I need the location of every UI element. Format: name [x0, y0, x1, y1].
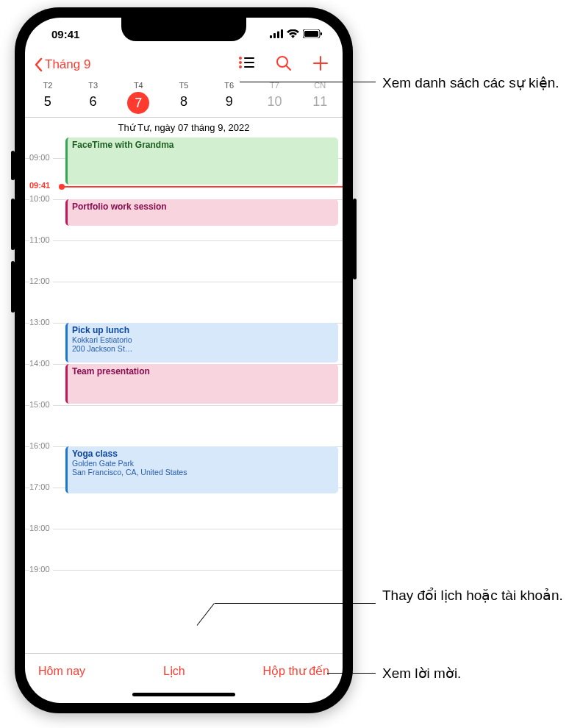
- battery-icon: [303, 29, 322, 38]
- timeline[interactable]: 09:0010:0011:0012:0013:0014:0015:0016:00…: [25, 136, 343, 653]
- search-button[interactable]: [276, 56, 291, 74]
- callout-calendars: Thay đổi lịch hoặc tài khoản.: [382, 586, 563, 605]
- status-indicators: [270, 29, 322, 38]
- svg-rect-5: [304, 31, 318, 37]
- current-time-line: [62, 186, 343, 188]
- svg-point-9: [239, 61, 242, 64]
- day-column[interactable]: CN11: [297, 81, 343, 114]
- hour-label: 11:00: [29, 235, 53, 244]
- svg-line-14: [286, 65, 290, 70]
- svg-point-11: [239, 65, 242, 68]
- chevron-left-icon: [34, 57, 43, 72]
- home-indicator: [25, 688, 343, 703]
- svg-rect-10: [244, 62, 254, 63]
- event-subtitle: Golden Gate Park: [72, 459, 334, 468]
- hour-label: 18:00: [29, 524, 53, 532]
- mute-switch: [11, 151, 15, 180]
- hour-label: 14:00: [29, 359, 53, 368]
- list-icon: [238, 56, 254, 69]
- day-column[interactable]: T69: [207, 81, 252, 114]
- bottom-toolbar: Hôm nay Lịch Hộp thư đến: [25, 653, 343, 688]
- week-header: T25T36T47T58T69T710CN11: [25, 79, 343, 118]
- hour-line: 19:00: [25, 570, 343, 611]
- day-column[interactable]: T58: [161, 81, 207, 114]
- callout-line: [327, 673, 376, 674]
- event-title: Yoga class: [72, 449, 334, 459]
- day-of-week: T2: [25, 81, 71, 90]
- day-column[interactable]: T25: [25, 81, 71, 114]
- hour-label: 15:00: [29, 400, 53, 409]
- hour-line: 12:00: [25, 282, 343, 323]
- calendar-event[interactable]: FaceTime with Grandma: [65, 138, 338, 185]
- wifi-icon: [287, 29, 299, 38]
- calendar-event[interactable]: Portfolio work session: [65, 199, 338, 226]
- svg-rect-1: [273, 33, 276, 38]
- screen: 09:41 Tháng 9: [25, 18, 343, 703]
- day-number: 11: [297, 94, 343, 110]
- iphone-frame: 09:41 Tháng 9: [15, 7, 353, 713]
- day-column[interactable]: T36: [71, 81, 116, 114]
- event-subtitle: 200 Jackson St…: [72, 344, 334, 353]
- hour-line: 18:00: [25, 529, 343, 570]
- hour-label: 09:00: [29, 153, 53, 162]
- callout-list-view: Xem danh sách các sự kiện.: [382, 74, 559, 93]
- back-button[interactable]: Tháng 9: [34, 57, 238, 72]
- notch: [121, 18, 246, 41]
- hour-label: 19:00: [29, 565, 53, 574]
- day-number: 10: [252, 94, 298, 110]
- side-button: [353, 199, 357, 279]
- svg-rect-8: [244, 57, 254, 59]
- event-title: Team presentation: [72, 366, 334, 377]
- list-view-button[interactable]: [238, 56, 254, 74]
- calendar-event[interactable]: Team presentation: [65, 364, 338, 404]
- cellular-icon: [270, 29, 283, 38]
- back-label: Tháng 9: [45, 57, 90, 72]
- day-column[interactable]: T47: [115, 81, 161, 114]
- calendar-event[interactable]: Pick up lunchKokkari Estiatorio200 Jacks…: [65, 323, 338, 363]
- date-title: Thứ Tư, ngày 07 tháng 9, 2022: [25, 118, 343, 136]
- event-title: FaceTime with Grandma: [72, 140, 334, 150]
- event-subtitle: Kokkari Estiatorio: [72, 335, 334, 344]
- calendar-event[interactable]: Yoga classGolden Gate ParkSan Francisco,…: [65, 446, 338, 493]
- callout-inbox: Xem lời mời.: [382, 664, 461, 683]
- day-number: 7: [135, 96, 142, 111]
- event-subtitle: San Francisco, CA, United States: [72, 468, 334, 477]
- day-number: 5: [25, 94, 71, 110]
- status-time: 09:41: [51, 28, 79, 40]
- hour-label: 13:00: [29, 318, 53, 326]
- day-of-week: T4: [115, 81, 161, 90]
- event-title: Pick up lunch: [72, 325, 334, 335]
- day-of-week: T3: [71, 81, 116, 90]
- current-time-label: 09:41: [29, 181, 50, 190]
- nav-bar: Tháng 9: [25, 50, 343, 79]
- hour-label: 17:00: [29, 482, 53, 491]
- svg-rect-12: [244, 66, 254, 68]
- day-number: 9: [207, 94, 252, 110]
- svg-point-7: [239, 57, 242, 60]
- callout-line: [240, 82, 376, 82]
- day-of-week: T5: [161, 81, 207, 90]
- hour-line: 11:00: [25, 240, 343, 282]
- volume-down: [11, 261, 15, 313]
- svg-rect-0: [270, 35, 272, 38]
- volume-up: [11, 199, 15, 250]
- day-column[interactable]: T710: [252, 81, 298, 114]
- hour-line: 15:00: [25, 405, 343, 446]
- hour-label: 10:00: [29, 194, 53, 203]
- hour-label: 16:00: [29, 441, 53, 450]
- add-button[interactable]: [313, 56, 328, 74]
- calendars-button[interactable]: Lịch: [163, 664, 185, 678]
- day-number: 8: [161, 94, 207, 110]
- today-button[interactable]: Hôm nay: [38, 665, 85, 678]
- plus-icon: [313, 56, 328, 71]
- svg-rect-3: [281, 29, 283, 38]
- inbox-button[interactable]: Hộp thư đến: [263, 664, 329, 678]
- callout-line: [215, 603, 376, 604]
- current-time-dot: [59, 184, 65, 190]
- event-title: Portfolio work session: [72, 201, 334, 212]
- hour-line: 17:00: [25, 488, 343, 529]
- day-number: 6: [71, 94, 116, 110]
- svg-rect-6: [321, 32, 322, 35]
- hour-label: 12:00: [29, 276, 53, 285]
- search-icon: [276, 56, 291, 71]
